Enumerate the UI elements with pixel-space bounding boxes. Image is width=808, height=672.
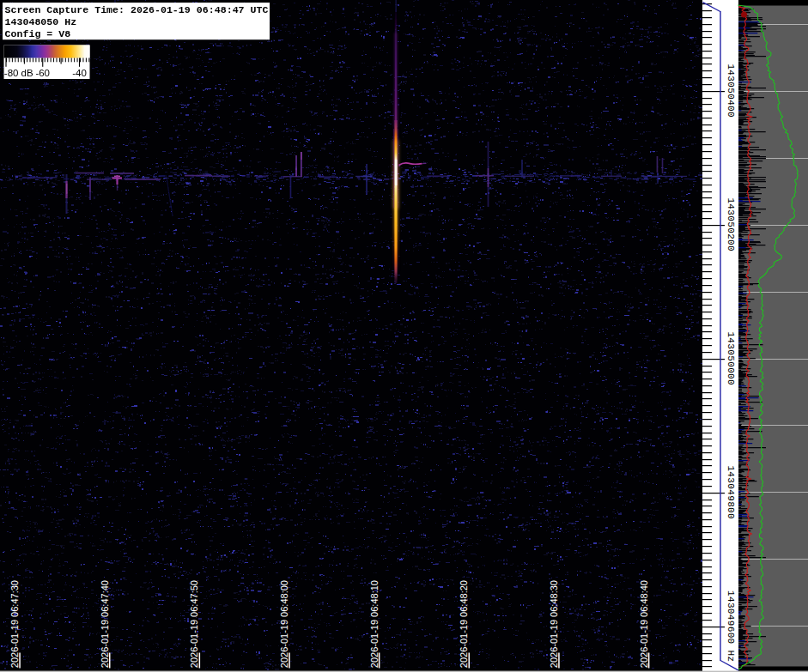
svg-text:143049600 Hz: 143049600 Hz: [726, 590, 736, 662]
svg-text:-80 dB: -80 dB: [4, 68, 33, 78]
svg-text:-60: -60: [35, 68, 50, 78]
svg-text:2026-01-19 06:47:30: 2026-01-19 06:47:30: [9, 580, 20, 668]
svg-text:143050400: 143050400: [726, 64, 736, 118]
svg-text:Config = V8: Config = V8: [5, 28, 71, 39]
svg-text:2026-01-19 06:48:20: 2026-01-19 06:48:20: [459, 580, 469, 668]
svg-text:-40: -40: [72, 68, 87, 78]
svg-text:143050000: 143050000: [726, 331, 736, 385]
svg-text:2026-01-19 06:47:50: 2026-01-19 06:47:50: [189, 580, 199, 668]
svg-text:2026-01-19 06:48:00: 2026-01-19 06:48:00: [279, 580, 289, 668]
svg-text:2026-01-19 06:48:40: 2026-01-19 06:48:40: [639, 580, 649, 668]
svg-text:2026-01-19 06:47:40: 2026-01-19 06:47:40: [100, 580, 110, 668]
svg-text:143048050 Hz: 143048050 Hz: [5, 16, 77, 27]
svg-text:2026-01-19 06:48:10: 2026-01-19 06:48:10: [369, 580, 380, 668]
svg-text:143050200: 143050200: [726, 197, 736, 251]
svg-text:143049800: 143049800: [726, 465, 736, 519]
svg-text:Screen Capture Time: 2026-01-1: Screen Capture Time: 2026-01-19 06:48:47…: [5, 4, 269, 15]
svg-text:2026-01-19 06:48:30: 2026-01-19 06:48:30: [549, 580, 559, 668]
